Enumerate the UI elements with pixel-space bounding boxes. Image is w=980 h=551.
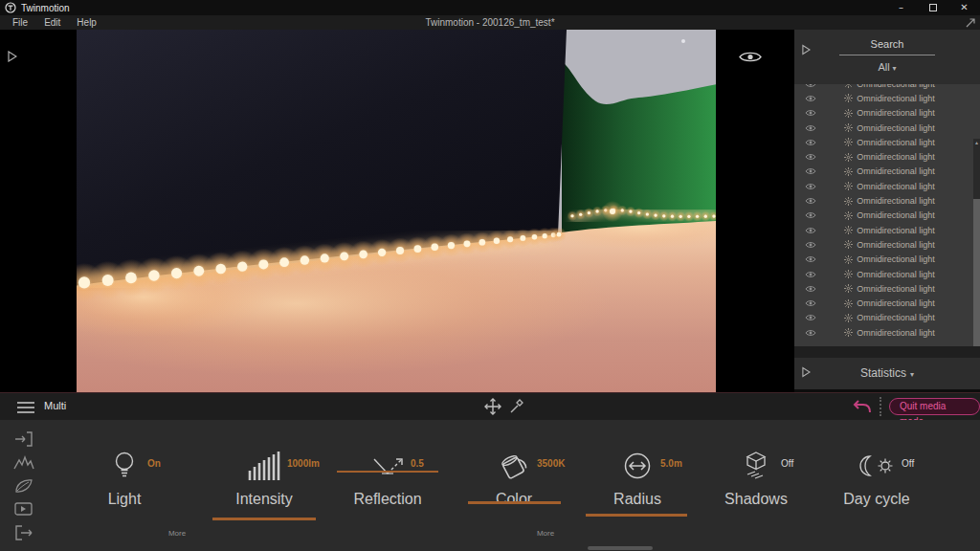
maximize-button[interactable] <box>917 0 948 15</box>
visibility-eye-icon[interactable] <box>805 285 816 293</box>
move-tool-icon[interactable] <box>483 397 502 416</box>
list-item[interactable]: Omnidirectional light <box>794 135 980 149</box>
reflection-label: Reflection <box>325 491 450 508</box>
prop-intensity[interactable]: 1000lm Intensity <box>202 443 326 535</box>
undo-icon[interactable] <box>851 399 872 414</box>
media-icon[interactable] <box>13 499 34 518</box>
eyedropper-icon[interactable] <box>508 398 525 415</box>
filter-dropdown-label: All <box>878 61 889 73</box>
list-item[interactable]: Omnidirectional light <box>794 267 980 281</box>
light-object-list[interactable]: Omnidirectional light Omnidir <box>794 84 980 346</box>
filter-dropdown[interactable]: All▾ <box>794 61 980 73</box>
visibility-eye-icon[interactable] <box>805 227 816 234</box>
omnidirectional-light-icon <box>844 255 853 264</box>
statistics-label: Statistics <box>860 366 906 380</box>
list-item[interactable]: Omnidirectional light <box>794 223 980 237</box>
menu-bar: Twinmotion - 200126_tm_test* File Edit H… <box>0 15 980 30</box>
prop-color[interactable]: 3500K Color <box>452 443 576 535</box>
import-icon[interactable] <box>13 430 34 449</box>
prop-reflection[interactable]: 0.5 Reflection <box>325 443 450 535</box>
reflection-value: 0.5 <box>411 458 424 469</box>
menu-file[interactable]: File <box>9 17 32 28</box>
list-item[interactable]: Omnidirectional light <box>794 311 980 325</box>
scroll-up-arrow-icon[interactable]: ▴ <box>973 139 980 145</box>
prop-shadows[interactable]: Off Shadows <box>694 443 818 535</box>
left-panel-expand-arrow-icon[interactable] <box>8 51 17 62</box>
twinmotion-logo-icon <box>5 2 16 13</box>
list-item[interactable]: Omnidirectional light <box>794 179 980 193</box>
list-item[interactable]: Omnidirectional light <box>794 106 980 121</box>
reflection-slider-line[interactable] <box>337 471 438 473</box>
list-item[interactable]: Omnidirectional light <box>794 149 980 164</box>
visibility-eye-icon[interactable] <box>805 153 816 161</box>
context-terrain-icon[interactable] <box>13 453 34 473</box>
list-item[interactable]: Omnidirectional light <box>794 193 980 208</box>
list-item[interactable]: Omnidirectional light <box>794 237 980 252</box>
list-item[interactable]: Omnidirectional light <box>794 281 980 296</box>
visibility-eye-icon[interactable] <box>805 241 816 249</box>
viewport-3d-scene[interactable] <box>77 30 716 392</box>
list-item[interactable]: Omnidirectional light <box>794 325 980 340</box>
list-scrollbar[interactable] <box>973 139 980 346</box>
omnidirectional-light-icon <box>844 167 853 176</box>
visibility-eye-icon[interactable] <box>805 183 816 190</box>
menu-edit[interactable]: Edit <box>40 17 64 28</box>
more-label-left[interactable]: More <box>158 529 196 538</box>
omnidirectional-light-icon <box>844 182 853 190</box>
visibility-eye-icon[interactable] <box>805 314 816 321</box>
visibility-eye-icon[interactable] <box>805 139 816 146</box>
search-input[interactable]: Search <box>794 38 980 50</box>
visibility-eye-icon[interactable] <box>805 271 816 278</box>
visibility-eye-icon[interactable] <box>805 84 816 88</box>
list-item[interactable]: Omnidirectional light <box>794 209 980 223</box>
quit-media-mode-button[interactable]: Quit media mode <box>889 398 980 415</box>
prop-light[interactable]: On Light <box>62 443 187 535</box>
visibility-eye-icon[interactable] <box>805 255 816 263</box>
scrollbar-thumb[interactable] <box>973 199 980 346</box>
list-item-label: Omnidirectional light <box>857 254 935 264</box>
prop-radius[interactable]: 5.0m Radius <box>575 443 700 535</box>
status-bar: Multi Quit media mode <box>0 393 980 420</box>
export-icon[interactable] <box>13 523 34 542</box>
main-area: Search All▾ <box>0 30 980 392</box>
title-bar: Twinmotion – ✕ <box>0 0 980 15</box>
viewport-visibility-eye-icon[interactable] <box>738 50 763 64</box>
omnidirectional-light-icon <box>844 314 853 322</box>
visibility-eye-icon[interactable] <box>805 124 816 132</box>
visibility-eye-icon[interactable] <box>805 167 816 175</box>
list-item[interactable]: Omnidirectional light <box>794 165 980 179</box>
visibility-eye-icon[interactable] <box>805 211 816 219</box>
prop-day-cycle[interactable]: Off Day cycle <box>814 443 939 535</box>
hamburger-menu-icon[interactable] <box>17 402 34 413</box>
menu-help[interactable]: Help <box>73 17 100 28</box>
dotted-separator <box>880 397 881 416</box>
statistics-dropdown[interactable]: Statistics▾ <box>794 366 980 380</box>
list-item[interactable]: Omnidirectional light <box>794 296 980 310</box>
visibility-eye-icon[interactable] <box>805 299 816 307</box>
visibility-eye-icon[interactable] <box>805 109 816 117</box>
visibility-eye-icon[interactable] <box>805 197 816 205</box>
light-bulb-icon <box>111 451 138 481</box>
close-button[interactable]: ✕ <box>948 0 980 15</box>
twinmotion-window: Twinmotion – ✕ Twinmotion - 200126_tm_te… <box>0 0 980 551</box>
omnidirectional-light-icon <box>844 84 853 88</box>
vegetation-leaf-icon[interactable] <box>13 476 34 496</box>
light-label: Light <box>62 491 187 508</box>
list-item[interactable]: Omnidirectional light <box>794 121 980 135</box>
list-item-label: Omnidirectional light <box>857 284 935 294</box>
list-item-label: Omnidirectional light <box>857 226 935 235</box>
minimize-button[interactable]: – <box>885 0 917 15</box>
day-cycle-value: Off <box>902 458 914 469</box>
list-item[interactable]: Omnidirectional light <box>794 253 980 267</box>
visibility-eye-icon[interactable] <box>805 329 816 337</box>
list-item[interactable]: Omnidirectional light <box>794 84 980 91</box>
list-item[interactable]: Omnidirectional light <box>794 91 980 105</box>
expand-window-icon[interactable] <box>964 16 976 29</box>
omnidirectional-light-icon <box>844 123 853 132</box>
omnidirectional-light-icon <box>844 197 853 206</box>
panel-drag-handle[interactable] <box>588 546 653 550</box>
intensity-value: 1000lm <box>287 458 320 469</box>
list-item-label: Omnidirectional light <box>857 270 935 279</box>
visibility-eye-icon[interactable] <box>805 95 816 102</box>
more-label-right[interactable]: More <box>526 529 565 538</box>
